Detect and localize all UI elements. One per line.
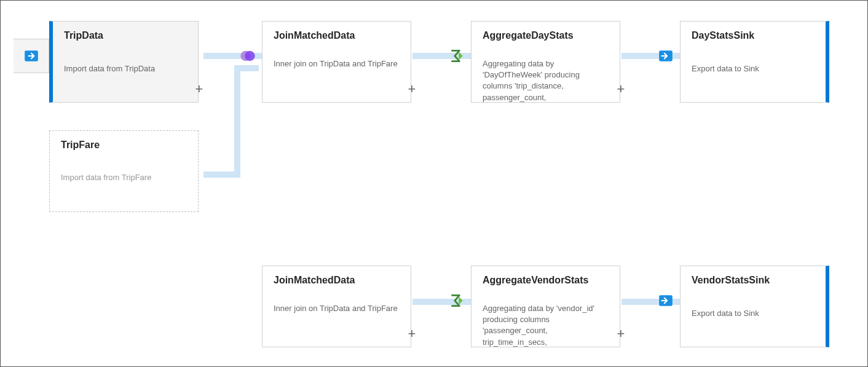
add-button[interactable]: + [400, 80, 424, 98]
add-button[interactable]: + [609, 325, 633, 343]
node-title: DayStatsSink [692, 30, 815, 41]
aggregate-icon-chip [441, 283, 472, 318]
add-button[interactable]: + [609, 80, 633, 98]
node-description: Inner join on TripData and TripFare [274, 58, 400, 69]
join-icon-chip [232, 39, 263, 73]
node-title: TripFare [61, 140, 187, 151]
node-description: Import data from TripData [64, 63, 187, 74]
sink-icon-chip [650, 283, 681, 318]
dataflow-canvas[interactable]: TripData Import data from TripData + Joi… [1, 1, 867, 366]
node-join-bottom[interactable]: JoinMatchedData Inner join on TripData a… [262, 266, 411, 347]
node-description: Aggregating data by 'vendor_id' producin… [483, 303, 609, 348]
node-aggregate-day[interactable]: AggregateDayStats Aggregating data by 'D… [471, 21, 620, 103]
node-title: AggregateDayStats [483, 30, 609, 41]
source-icon [23, 48, 39, 64]
node-description: Inner join on TripData and TripFare [274, 303, 400, 314]
sink-icon [658, 48, 674, 64]
node-vendor-sink[interactable]: VendorStatsSink Export data to Sink [680, 266, 829, 347]
aggregate-icon-chip [441, 39, 472, 73]
node-title: JoinMatchedData [274, 275, 400, 286]
node-description: Aggregating data by 'DayOfTheWeek' produ… [483, 58, 609, 103]
node-description: Export data to Sink [692, 308, 815, 319]
node-description: Import data from TripFare [61, 173, 187, 182]
sigma-icon [449, 48, 465, 64]
node-title: TripData [64, 30, 187, 41]
node-day-sink[interactable]: DayStatsSink Export data to Sink [680, 21, 829, 103]
node-aggregate-vendor[interactable]: AggregateVendorStats Aggregating data by… [471, 266, 620, 347]
source-icon-chip [14, 39, 49, 73]
svg-point-2 [245, 51, 254, 61]
sigma-icon [449, 293, 465, 309]
join-icon [239, 47, 256, 65]
node-title: AggregateVendorStats [483, 275, 609, 286]
node-tripfare[interactable]: TripFare Import data from TripFare [49, 130, 199, 212]
add-button[interactable]: + [187, 80, 211, 98]
node-join-top[interactable]: JoinMatchedData Inner join on TripData a… [262, 21, 411, 103]
sink-icon-chip [650, 39, 681, 73]
node-tripdata[interactable]: TripData Import data from TripData + [49, 21, 199, 103]
node-title: VendorStatsSink [692, 275, 815, 286]
node-title: JoinMatchedData [274, 30, 400, 41]
node-description: Export data to Sink [692, 63, 815, 74]
add-button[interactable]: + [400, 325, 424, 343]
sink-icon [658, 293, 674, 309]
